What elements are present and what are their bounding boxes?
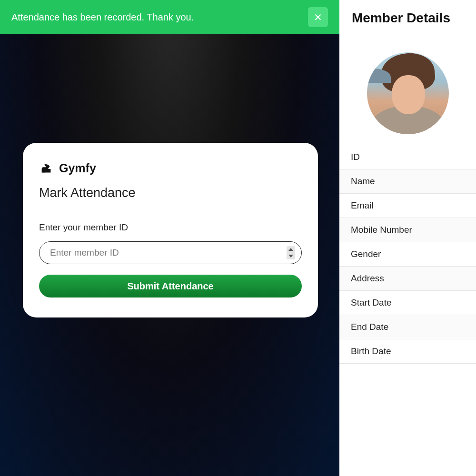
attendance-card: Gymfy Mark Attendance Enter your member … (23, 143, 318, 317)
spinner-up-button[interactable] (287, 246, 295, 253)
detail-field-start-date: Start Date (339, 291, 476, 315)
avatar-container (339, 52, 476, 134)
spinner-down-button[interactable] (287, 253, 295, 259)
attendance-panel: Attendance has been recorded. Thank you.… (0, 0, 339, 476)
member-details-title: Member Details (339, 10, 476, 26)
chevron-down-icon (288, 255, 293, 258)
detail-field-address: Address (339, 267, 476, 291)
submit-attendance-button[interactable]: Submit Attendance (39, 275, 302, 298)
detail-field-birth-date: Birth Date (339, 339, 476, 364)
detail-field-gender: Gender (339, 242, 476, 267)
svg-rect-0 (43, 170, 46, 173)
detail-field-name: Name (339, 169, 476, 194)
close-icon (313, 12, 323, 22)
member-id-input[interactable] (39, 241, 302, 264)
success-toast: Attendance has been recorded. Thank you. (0, 0, 339, 34)
number-spinner (287, 246, 295, 259)
card-title: Mark Attendance (39, 186, 302, 200)
member-avatar (367, 52, 449, 134)
brand-row: Gymfy (39, 161, 302, 175)
detail-field-mobile-number: Mobile Number (339, 218, 476, 242)
chevron-up-icon (288, 248, 293, 251)
member-id-label: Enter your member ID (39, 222, 302, 233)
brand-name: Gymfy (59, 161, 96, 175)
detail-field-id: ID (339, 145, 476, 169)
detail-field-end-date: End Date (339, 315, 476, 339)
member-details-panel: Member Details ID Name Email Mobile Numb… (339, 0, 476, 476)
close-button[interactable] (308, 7, 328, 27)
brand-logo-icon (39, 161, 53, 175)
detail-field-email: Email (339, 194, 476, 218)
toast-message: Attendance has been recorded. Thank you. (11, 12, 194, 23)
member-details-list: ID Name Email Mobile Number Gender Addre… (339, 145, 476, 364)
